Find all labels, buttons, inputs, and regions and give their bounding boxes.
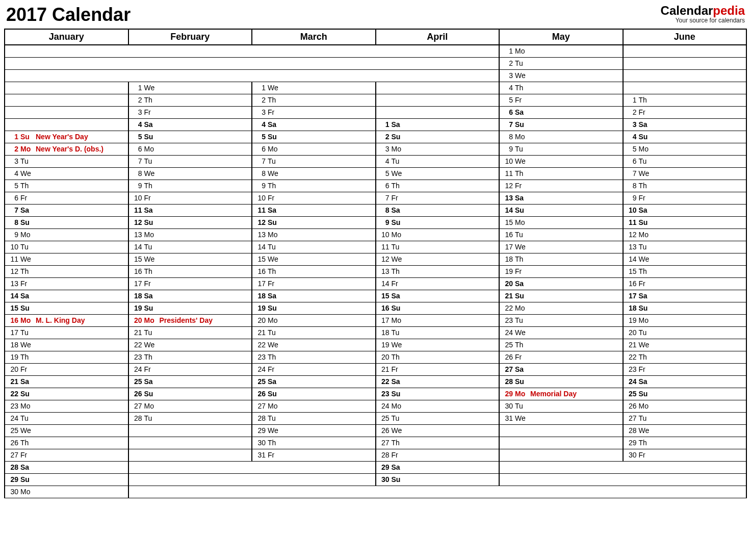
day-number: 3 [8,157,18,165]
day-cell: 11Th [499,167,623,180]
day-cell: 9Th [128,180,252,192]
day-number: 18 [132,292,142,300]
day-of-week: Sa [268,377,281,386]
day-of-week: Th [144,96,158,104]
day-cell: 28Fr [376,449,500,461]
day-number: 26 [627,402,637,410]
day-number: 17 [132,279,142,288]
day-cell: 26Fr [499,351,623,363]
day-number: 16 [379,304,390,312]
day-of-week: Su [144,133,158,141]
day-of-week: Tu [268,243,281,251]
day-of-week: We [20,341,34,349]
day-cell: 25Sa [128,375,252,388]
day-of-week: Th [144,182,158,190]
day-number: 28 [503,377,513,386]
day-of-week: Fr [144,194,158,202]
day-cell: 9Th [252,180,376,192]
day-of-week: Fr [639,451,652,459]
day-of-week: Mo [639,231,652,239]
day-number: 1 [503,47,513,55]
day-cell [376,106,500,118]
day-of-week: Tu [392,414,405,422]
day-number: 5 [255,133,266,141]
day-cell: 15Su [5,302,128,314]
day-number: 9 [627,194,637,202]
day-of-week: Mo [20,316,34,324]
month-header: June [623,29,747,45]
day-cell: 22Mo [499,302,623,314]
day-number: 12 [132,218,142,226]
day-cell: 28Tu [252,412,376,424]
day-number: 24 [379,402,390,410]
day-cell: 28Sa [5,461,128,473]
day-of-week: Sa [144,292,158,300]
day-number: 15 [8,304,18,312]
day-of-week: Mo [20,402,34,410]
day-of-week: Tu [515,231,528,239]
day-number: 19 [379,341,390,349]
day-cell: 9Mo [5,228,128,241]
day-number: 2 [379,133,390,141]
day-number: 5 [627,145,637,153]
day-cell: 21Tu [252,326,376,339]
day-number: 31 [503,414,513,422]
day-number: 17 [627,292,637,300]
day-cell: 16Tu [499,228,623,241]
day-number: 23 [503,316,513,324]
day-of-week: Sa [392,292,405,300]
day-cell: 11Tu [376,241,500,253]
day-of-week: Th [639,439,652,447]
day-number: 20 [8,365,18,373]
day-cell: 14Su [499,204,623,216]
day-cell: 5Mo [623,143,747,155]
holiday-label: New Year's D. (obs.) [36,145,125,153]
day-of-week: Fr [268,108,281,116]
day-of-week: Sa [639,377,652,386]
day-cell: 4Sa [128,118,252,131]
day-number: 19 [8,353,18,361]
day-of-week: We [392,169,405,177]
day-of-week: Tu [20,243,34,251]
day-of-week: Sa [20,206,34,214]
day-cell: 24We [499,326,623,339]
day-number: 25 [627,390,637,398]
day-cell: 8Su [5,216,128,228]
day-cell: 27Sa [499,363,623,375]
day-cell: 4Su [623,131,747,143]
day-cell [128,437,252,449]
day-cell: 19Mo [623,314,747,326]
day-cell: 12Fr [499,180,623,192]
day-of-week: Th [144,353,158,361]
day-of-week: We [515,157,528,165]
day-of-week: Su [392,133,405,141]
day-of-week: Su [515,292,528,300]
day-cell: 26Su [252,388,376,400]
day-of-week: Sa [515,108,528,116]
day-cell: 17Sa [623,290,747,302]
day-cell: 22Su [5,388,128,400]
day-of-week: Fr [392,451,405,459]
day-number: 4 [132,120,142,129]
day-number: 15 [627,267,637,275]
day-of-week: Fr [515,182,528,190]
day-cell: 10Fr [128,192,252,204]
day-number: 14 [8,292,18,300]
day-cell: 2Tu [499,57,623,69]
day-of-week: Th [268,439,281,447]
day-number: 11 [503,169,513,177]
month-header: April [376,29,500,45]
day-of-week: Fr [144,279,158,288]
day-cell: 20Fr [5,363,128,375]
day-of-week: Fr [20,365,34,373]
day-number: 11 [379,243,390,251]
day-number: 28 [8,463,18,471]
day-cell: 19Su [128,302,252,314]
day-of-week: Mo [515,47,528,55]
day-number: 9 [255,182,266,190]
day-number: 6 [503,108,513,116]
day-of-week: Su [639,390,652,398]
day-of-week: Tu [20,414,34,422]
day-cell: 16Su [376,302,500,314]
day-of-week: Fr [515,96,528,104]
